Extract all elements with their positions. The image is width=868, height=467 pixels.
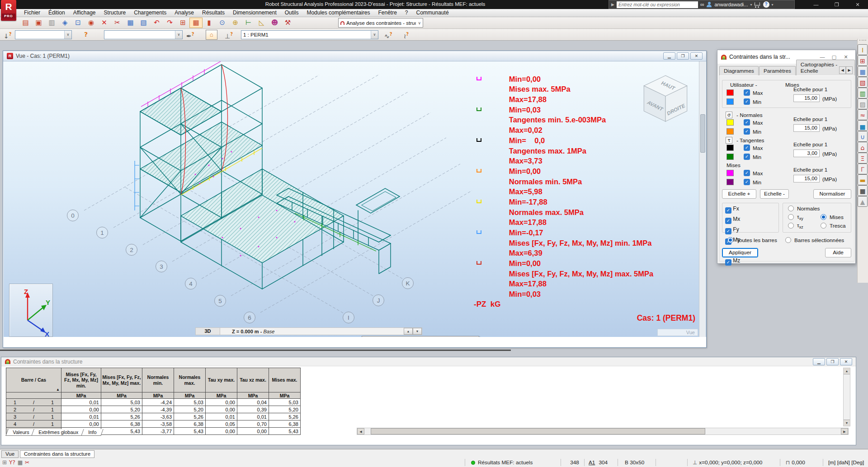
chevron-down-icon[interactable]: ∨ <box>371 31 378 39</box>
view-restore-button[interactable]: ❐ <box>677 52 689 60</box>
menu-item[interactable]: Communauté <box>412 9 453 17</box>
bar-selection-combo[interactable]: ∨ <box>104 30 183 39</box>
status-tool-icon[interactable]: Y? <box>9 459 15 466</box>
view-3d-icon[interactable]: ◈ <box>58 18 71 28</box>
user-menu-chevron-icon[interactable]: ▾ <box>750 3 752 7</box>
menu-item[interactable]: Résultats <box>198 9 229 17</box>
minimize-button[interactable]: — <box>806 0 826 9</box>
scroll-right-icon[interactable]: ▶ <box>841 428 848 434</box>
sheet-tab[interactable]: Info <box>81 429 104 436</box>
bar-stress-icon[interactable]: I <box>858 44 868 55</box>
help-icon[interactable]: ? <box>763 1 769 8</box>
binoculars-icon[interactable]: ∞ <box>700 0 704 9</box>
force-check[interactable]: Fy <box>725 226 750 234</box>
chevron-down-icon[interactable]: ∨ <box>175 31 182 39</box>
max-color-swatch[interactable] <box>726 119 734 126</box>
table-row[interactable]: 1/1 0,01 5,03 -4,24 5,03 0,00 0,04 5,03 <box>6 399 301 406</box>
force-check[interactable]: Mz <box>725 257 750 266</box>
min-color-swatch[interactable] <box>726 98 734 105</box>
table-window-titlebar[interactable]: Contraintes dans la structure ▁ ❐ ✕ <box>1 357 856 366</box>
column-header[interactable]: Barre / Cas▲ <box>6 368 61 392</box>
timber-icon[interactable]: ▬ <box>858 174 868 185</box>
cart-icon[interactable] <box>755 2 761 7</box>
min-checkbox[interactable] <box>744 179 750 185</box>
table-restore-button[interactable]: ❐ <box>826 358 839 365</box>
tab-scroll-right-icon[interactable]: ▶ <box>846 66 853 74</box>
column-header[interactable]: Mises [Fx, Fy, Fz, Mx, My, Mz] max. <box>101 368 142 392</box>
view-vertical-scrollbar[interactable] <box>699 61 706 337</box>
query-icon[interactable]: ? <box>84 30 88 39</box>
zoom-icon[interactable]: ⊙ <box>216 18 229 28</box>
menu-item[interactable]: ? <box>401 9 412 17</box>
status-tool-icon[interactable]: ⊞ <box>2 459 7 466</box>
window-tab[interactable]: Vue <box>1 450 19 458</box>
window-splitter[interactable] <box>0 350 511 351</box>
view-3d-area[interactable]: 0123456KJI Min=0,00 Mises max. 5MPa Max=… <box>4 61 706 337</box>
menu-item[interactable]: Dimensionnement <box>229 9 281 17</box>
home-view-button[interactable]: ⌂ <box>206 30 217 40</box>
menu-item[interactable]: Fenêtre <box>374 9 401 17</box>
diagram-select-icon[interactable]: ∿? <box>384 30 392 39</box>
menu-item[interactable]: Structure <box>100 9 130 17</box>
chevron-down-icon[interactable]: ∨ <box>64 31 71 39</box>
calculation-table-icon[interactable]: ▦ <box>189 18 203 28</box>
scale-input[interactable]: 15,00 <box>793 94 820 102</box>
structure-view-icon[interactable]: ⌂ <box>858 142 868 153</box>
tau-xz-radio[interactable] <box>788 223 794 229</box>
help-button[interactable]: Aide <box>825 248 851 257</box>
frame-diagram-icon[interactable]: ▧ <box>858 77 868 88</box>
node-selection-combo[interactable]: ∨ <box>15 30 72 39</box>
tab-scroll-left-icon[interactable]: ◀ <box>839 66 846 74</box>
reactions-icon[interactable]: ▨ <box>858 98 868 109</box>
redo-icon[interactable]: ↷ <box>163 18 176 28</box>
panel-tab[interactable]: Diagrammes <box>719 66 759 75</box>
table-row[interactable]: 4/1 0,00 6,38 -3,58 6,38 0,05 0,70 6,38 <box>6 420 301 428</box>
view-selector-badge[interactable]: Vue <box>657 329 698 336</box>
scale-plus-button[interactable]: Echelle + <box>722 189 756 199</box>
mises-radio[interactable] <box>821 214 826 220</box>
measure-icon[interactable]: ◺ <box>255 18 268 28</box>
user-icon[interactable] <box>706 2 712 8</box>
scroll-left-icon[interactable]: ◀ <box>357 428 364 434</box>
status-tool-icon[interactable]: ✂ <box>25 459 29 466</box>
level-down-button[interactable]: ▼ <box>413 328 422 335</box>
projection-mode-button[interactable]: 3D <box>196 328 220 335</box>
results-table-icon[interactable]: ⊞ <box>858 55 868 66</box>
calculator-icon[interactable]: ⊞ <box>176 18 189 28</box>
force-check[interactable]: Fx <box>725 205 750 214</box>
column-header[interactable]: Tau xz max. <box>237 368 269 392</box>
brush-select-icon[interactable]: ✒? <box>186 30 194 39</box>
apply-button[interactable]: Appliquer <box>722 248 758 257</box>
collapse-search-icon[interactable]: ▶ <box>611 2 614 7</box>
min-color-swatch[interactable] <box>726 154 734 160</box>
min-checkbox[interactable] <box>744 154 750 160</box>
column-header[interactable]: Tau xy max. <box>206 368 237 392</box>
all-bars-radio[interactable] <box>727 237 733 243</box>
tau-xy-radio[interactable] <box>788 214 794 220</box>
menu-item[interactable]: Modules complémentaires <box>302 9 374 17</box>
cut-icon[interactable]: ✂ <box>111 18 124 28</box>
map-icon[interactable]: ▥ <box>858 88 868 98</box>
view-minimize-button[interactable]: ▁ <box>663 52 675 60</box>
workflow-dropdown[interactable]: Analyse des contraintes - struct ∨ <box>338 18 423 28</box>
column-header[interactable]: Mises max. <box>269 368 301 392</box>
view-direction-icon[interactable]: ⊢ <box>242 18 255 28</box>
table-horizontal-scrollbar[interactable]: ◀ ▶ <box>357 428 849 435</box>
stress-diagram-icon[interactable]: ▅ <box>858 120 868 131</box>
restore-button[interactable]: ❐ <box>826 0 847 9</box>
scale-minus-button[interactable]: Echelle - <box>760 189 789 199</box>
screen-capture-icon[interactable]: ◉ <box>85 18 98 28</box>
print-icon[interactable]: ▥ <box>45 18 58 28</box>
scroll-up-icon[interactable]: ▲ <box>844 368 850 374</box>
table-vertical-scrollbar[interactable]: ▲ ▼ <box>843 368 850 426</box>
status-tool-icon[interactable]: ▦ <box>18 459 23 466</box>
steel-section-icon[interactable]: Ξ <box>858 153 868 163</box>
tresca-radio[interactable] <box>821 223 826 229</box>
menu-item[interactable]: Outils <box>281 9 303 17</box>
section-detail-icon[interactable]: Γ <box>858 163 868 174</box>
max-color-swatch[interactable] <box>726 170 734 176</box>
paste-icon[interactable]: ▧ <box>137 18 150 28</box>
column-header[interactable]: Normales max. <box>174 368 206 392</box>
level-up-button[interactable]: ▲ <box>404 328 413 335</box>
toolbar-grip[interactable] <box>859 40 866 43</box>
